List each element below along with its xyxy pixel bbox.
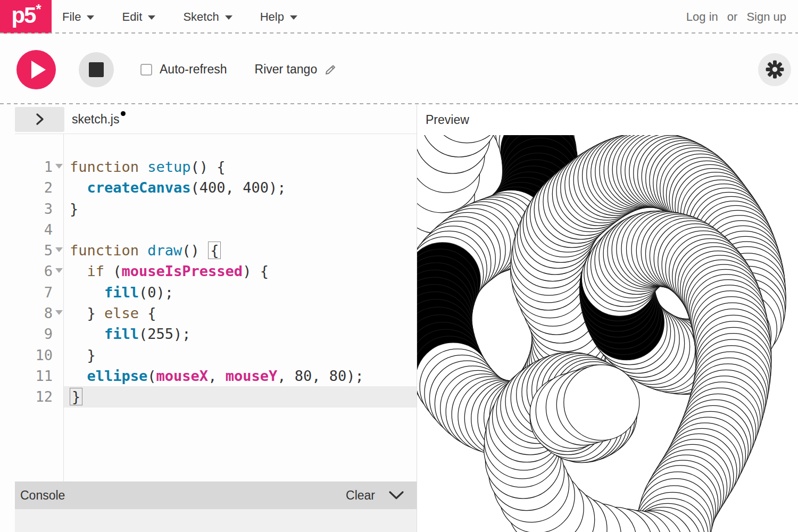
gear-icon bbox=[765, 60, 785, 79]
code-token: () bbox=[182, 242, 208, 259]
code-token: (255); bbox=[139, 326, 191, 342]
code-line[interactable]: } bbox=[64, 198, 417, 219]
line-number: 3 bbox=[15, 198, 63, 219]
auth-links: Log in or Sign up bbox=[686, 10, 786, 24]
menu-sketch[interactable]: Sketch bbox=[183, 10, 247, 24]
code-token: } bbox=[70, 201, 78, 217]
line-number: 8 bbox=[15, 303, 63, 323]
code-token: mouseY bbox=[226, 368, 278, 384]
line-number: 10 bbox=[15, 345, 63, 365]
line-number-gutter: 123456789101112 bbox=[15, 134, 64, 481]
code-line[interactable] bbox=[64, 219, 417, 240]
fold-arrow-icon[interactable] bbox=[55, 247, 63, 252]
code-token: fill bbox=[104, 326, 139, 342]
code-token: } bbox=[70, 305, 104, 321]
code-token: function bbox=[70, 242, 139, 259]
console-collapse-chevron-icon[interactable] bbox=[389, 491, 404, 500]
p5-logo[interactable]: p5* bbox=[0, 0, 52, 34]
line-number: 4 bbox=[15, 219, 63, 240]
code-token: (400, 400); bbox=[191, 179, 286, 196]
code-content[interactable]: function setup() { createCanvas(400, 400… bbox=[64, 134, 417, 481]
code-token bbox=[70, 326, 104, 342]
code-line[interactable]: createCanvas(400, 400); bbox=[64, 177, 417, 198]
line-number: 9 bbox=[15, 323, 63, 344]
code-token: { bbox=[139, 305, 156, 321]
chevron-right-icon bbox=[36, 113, 44, 126]
code-line[interactable]: } bbox=[64, 345, 417, 365]
code-line[interactable]: ellipse(mouseX, mouseY, 80, 80); bbox=[64, 365, 417, 386]
code-token: mouseIsPressed bbox=[122, 263, 243, 279]
tab-sketch-js[interactable]: sketch.js bbox=[72, 112, 126, 127]
code-token: { bbox=[208, 242, 221, 259]
code-token bbox=[139, 159, 147, 175]
menu-help[interactable]: Help bbox=[260, 10, 312, 24]
auth-or-text: or bbox=[727, 10, 738, 24]
code-token: setup bbox=[147, 159, 190, 175]
menu-bar: File Edit Sketch Help bbox=[62, 10, 312, 24]
fold-arrow-icon[interactable] bbox=[55, 164, 63, 169]
logo-text: p5 bbox=[11, 0, 35, 31]
tab-label: sketch.js bbox=[72, 112, 119, 127]
code-token: , 80, 80); bbox=[277, 368, 364, 384]
code-token: } bbox=[70, 388, 82, 405]
main-area: sketch.js 123456789101112 function setup… bbox=[0, 105, 798, 532]
code-line[interactable]: } else { bbox=[64, 303, 417, 323]
fold-arrow-icon[interactable] bbox=[55, 268, 63, 273]
sidebar-expand-button[interactable] bbox=[15, 107, 64, 132]
code-line[interactable]: fill(0); bbox=[64, 282, 417, 303]
stop-button[interactable] bbox=[79, 52, 114, 87]
code-token bbox=[139, 242, 147, 259]
code-line[interactable]: function draw() { bbox=[64, 240, 417, 261]
code-token: ) { bbox=[243, 263, 269, 279]
signup-link[interactable]: Sign up bbox=[746, 10, 786, 24]
play-button[interactable] bbox=[16, 50, 56, 89]
code-line[interactable]: } bbox=[64, 386, 417, 407]
play-icon bbox=[31, 61, 46, 79]
code-token: } bbox=[70, 347, 96, 363]
line-number: 11 bbox=[15, 365, 63, 386]
editor-pane: sketch.js 123456789101112 function setup… bbox=[0, 105, 417, 532]
chevron-down-icon bbox=[87, 15, 94, 20]
code-token: draw bbox=[147, 242, 182, 259]
code-token: function bbox=[70, 159, 139, 175]
preview-canvas[interactable] bbox=[417, 135, 797, 532]
unsaved-dot bbox=[121, 111, 126, 116]
top-nav: p5* File Edit Sketch Help Log in or Sign… bbox=[0, 0, 798, 34]
line-number: 7 bbox=[15, 282, 63, 303]
toolbar: Auto-refresh River tango bbox=[0, 35, 798, 104]
console-bar: Console Clear bbox=[15, 481, 417, 509]
code-token: ellipse bbox=[87, 368, 148, 384]
edit-pencil-icon[interactable] bbox=[324, 63, 337, 76]
code-token bbox=[70, 179, 87, 196]
code-token bbox=[70, 263, 87, 279]
code-line[interactable]: function setup() { bbox=[64, 156, 417, 177]
line-number: 12 bbox=[15, 386, 63, 407]
auto-refresh-checkbox[interactable] bbox=[140, 64, 152, 76]
chevron-down-icon bbox=[148, 15, 155, 20]
logo-asterisk: * bbox=[36, 0, 40, 18]
settings-button[interactable] bbox=[758, 53, 791, 86]
code-token bbox=[70, 368, 87, 384]
line-number: 5 bbox=[15, 240, 63, 261]
line-number: 1 bbox=[15, 156, 63, 177]
sketch-name[interactable]: River tango bbox=[255, 62, 337, 77]
code-line[interactable]: if (mouseIsPressed) { bbox=[64, 261, 417, 281]
login-link[interactable]: Log in bbox=[686, 10, 718, 24]
editor-header: sketch.js bbox=[15, 105, 417, 134]
code-editor[interactable]: 123456789101112 function setup() { creat… bbox=[15, 134, 417, 481]
code-token: if bbox=[87, 263, 105, 279]
code-token: () { bbox=[191, 159, 226, 175]
code-token: mouseX bbox=[156, 368, 209, 384]
chevron-down-icon bbox=[225, 15, 232, 20]
menu-file[interactable]: File bbox=[62, 10, 109, 24]
code-line[interactable]: fill(255); bbox=[64, 323, 417, 344]
code-token: ( bbox=[104, 263, 122, 279]
console-clear-button[interactable]: Clear bbox=[346, 488, 375, 503]
code-token: , bbox=[208, 368, 226, 384]
code-token: fill bbox=[104, 284, 139, 301]
code-token: else bbox=[104, 305, 139, 321]
menu-edit[interactable]: Edit bbox=[122, 10, 170, 24]
chevron-down-icon bbox=[290, 15, 297, 20]
fold-arrow-icon[interactable] bbox=[55, 310, 63, 315]
console-actions: Clear bbox=[346, 488, 404, 503]
